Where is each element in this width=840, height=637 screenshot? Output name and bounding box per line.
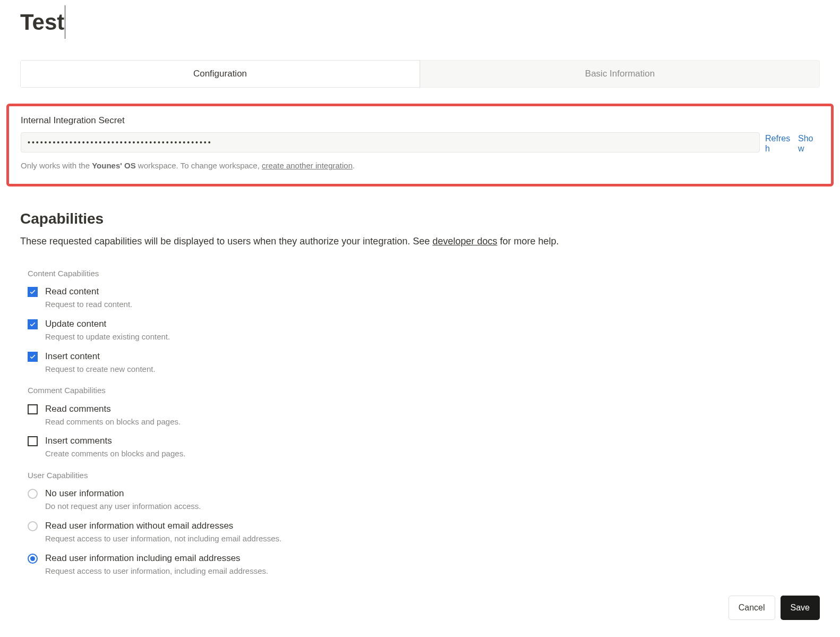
helper-workspace-name: Younes' OS bbox=[92, 161, 135, 170]
option-desc: Request to update existing content. bbox=[45, 331, 820, 343]
radio-user-info-with-email-row: Read user information including email ad… bbox=[28, 553, 820, 577]
show-link[interactable]: Show bbox=[798, 132, 819, 154]
option-label: Insert content bbox=[45, 351, 820, 362]
helper-text: . bbox=[353, 161, 355, 170]
user-capabilities-group-label: User Capabilities bbox=[28, 470, 820, 482]
checkbox-insert-content-row: Insert content Request to create new con… bbox=[28, 351, 820, 376]
refresh-link[interactable]: Refresh bbox=[765, 132, 793, 154]
option-label: Insert comments bbox=[45, 435, 820, 447]
checkbox-insert-content[interactable] bbox=[28, 352, 38, 362]
check-icon bbox=[29, 353, 36, 360]
tab-basic-information[interactable]: Basic Information bbox=[420, 60, 820, 88]
option-desc: Create comments on blocks and pages. bbox=[45, 448, 820, 460]
radio-user-info-with-email[interactable] bbox=[28, 554, 38, 564]
radio-no-user-info[interactable] bbox=[28, 489, 38, 499]
helper-text: workspace. To change workspace, bbox=[136, 161, 262, 170]
secret-helper: Only works with the Younes' OS workspace… bbox=[21, 160, 819, 172]
checkbox-update-content[interactable] bbox=[28, 319, 38, 329]
content-capabilities-group-label: Content Capabilities bbox=[28, 268, 820, 280]
option-desc: Request to read content. bbox=[45, 299, 820, 311]
radio-no-user-info-row: No user information Do not request any u… bbox=[28, 488, 820, 513]
option-label: No user information bbox=[45, 488, 820, 499]
check-icon bbox=[29, 288, 36, 295]
option-desc: Read comments on blocks and pages. bbox=[45, 416, 820, 428]
capabilities-heading: Capabilities bbox=[20, 208, 820, 230]
integration-secret-section: Internal Integration Secret ••••••••••••… bbox=[6, 104, 834, 186]
checkbox-read-comments-row: Read comments Read comments on blocks an… bbox=[28, 403, 820, 428]
radio-user-info-no-email-row: Read user information without email addr… bbox=[28, 520, 820, 545]
option-label: Read content bbox=[45, 286, 820, 298]
option-desc: Do not request any user information acce… bbox=[45, 500, 820, 513]
option-desc: Request access to user information, not … bbox=[45, 533, 820, 545]
checkbox-insert-comments-row: Insert comments Create comments on block… bbox=[28, 435, 820, 460]
create-another-integration-link[interactable]: create another integration bbox=[262, 161, 353, 170]
capabilities-desc-text: for more help. bbox=[498, 236, 559, 247]
option-label: Update content bbox=[45, 318, 820, 330]
cancel-button[interactable]: Cancel bbox=[728, 596, 775, 620]
option-label: Read user information without email addr… bbox=[45, 520, 820, 532]
helper-text: Only works with the bbox=[21, 161, 92, 170]
page-title: Test bbox=[20, 5, 65, 39]
option-label: Read user information including email ad… bbox=[45, 553, 820, 564]
tabs: Configuration Basic Information bbox=[20, 60, 820, 88]
save-button[interactable]: Save bbox=[781, 596, 820, 620]
option-label: Read comments bbox=[45, 403, 820, 415]
comment-capabilities-group-label: Comment Capabilities bbox=[28, 385, 820, 397]
capabilities-description: These requested capabilities will be dis… bbox=[20, 234, 820, 249]
checkbox-update-content-row: Update content Request to update existin… bbox=[28, 318, 820, 343]
checkbox-read-comments[interactable] bbox=[28, 404, 38, 414]
option-desc: Request access to user information, incl… bbox=[45, 565, 820, 577]
check-icon bbox=[29, 321, 36, 328]
secret-input[interactable]: ••••••••••••••••••••••••••••••••••••••••… bbox=[21, 132, 760, 152]
tab-configuration[interactable]: Configuration bbox=[20, 60, 420, 88]
checkbox-read-content-row: Read content Request to read content. bbox=[28, 286, 820, 311]
checkbox-insert-comments[interactable] bbox=[28, 436, 38, 446]
secret-label: Internal Integration Secret bbox=[21, 114, 819, 128]
checkbox-read-content[interactable] bbox=[28, 287, 38, 297]
developer-docs-link[interactable]: developer docs bbox=[432, 236, 497, 247]
capabilities-desc-text: These requested capabilities will be dis… bbox=[20, 236, 432, 247]
radio-user-info-no-email[interactable] bbox=[28, 521, 38, 531]
option-desc: Request to create new content. bbox=[45, 363, 820, 376]
